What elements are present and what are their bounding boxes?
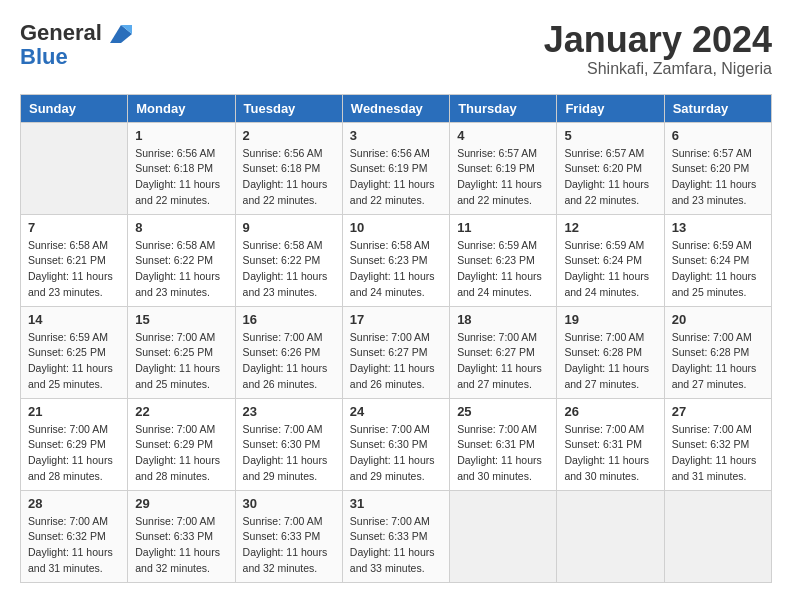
day-info: Sunrise: 6:59 AM Sunset: 6:24 PM Dayligh…: [564, 238, 656, 301]
calendar-cell: 1Sunrise: 6:56 AM Sunset: 6:18 PM Daylig…: [128, 122, 235, 214]
day-number: 14: [28, 312, 120, 327]
col-header-thursday: Thursday: [450, 94, 557, 122]
calendar-cell: 16Sunrise: 7:00 AM Sunset: 6:26 PM Dayli…: [235, 306, 342, 398]
calendar-cell: 3Sunrise: 6:56 AM Sunset: 6:19 PM Daylig…: [342, 122, 449, 214]
calendar-cell: 24Sunrise: 7:00 AM Sunset: 6:30 PM Dayli…: [342, 398, 449, 490]
week-row-5: 28Sunrise: 7:00 AM Sunset: 6:32 PM Dayli…: [21, 490, 772, 582]
day-number: 24: [350, 404, 442, 419]
calendar-cell: 2Sunrise: 6:56 AM Sunset: 6:18 PM Daylig…: [235, 122, 342, 214]
day-number: 5: [564, 128, 656, 143]
calendar-cell: 5Sunrise: 6:57 AM Sunset: 6:20 PM Daylig…: [557, 122, 664, 214]
day-info: Sunrise: 7:00 AM Sunset: 6:27 PM Dayligh…: [457, 330, 549, 393]
calendar-cell: 4Sunrise: 6:57 AM Sunset: 6:19 PM Daylig…: [450, 122, 557, 214]
col-header-tuesday: Tuesday: [235, 94, 342, 122]
week-row-1: 1Sunrise: 6:56 AM Sunset: 6:18 PM Daylig…: [21, 122, 772, 214]
day-number: 11: [457, 220, 549, 235]
day-number: 9: [243, 220, 335, 235]
day-info: Sunrise: 7:00 AM Sunset: 6:33 PM Dayligh…: [350, 514, 442, 577]
week-row-2: 7Sunrise: 6:58 AM Sunset: 6:21 PM Daylig…: [21, 214, 772, 306]
title-block: January 2024 Shinkafi, Zamfara, Nigeria: [544, 20, 772, 78]
day-number: 18: [457, 312, 549, 327]
day-number: 28: [28, 496, 120, 511]
day-number: 13: [672, 220, 764, 235]
header-row: SundayMondayTuesdayWednesdayThursdayFrid…: [21, 94, 772, 122]
calendar-cell: 23Sunrise: 7:00 AM Sunset: 6:30 PM Dayli…: [235, 398, 342, 490]
calendar-cell: 25Sunrise: 7:00 AM Sunset: 6:31 PM Dayli…: [450, 398, 557, 490]
month-year: January 2024: [544, 20, 772, 60]
day-number: 31: [350, 496, 442, 511]
week-row-4: 21Sunrise: 7:00 AM Sunset: 6:29 PM Dayli…: [21, 398, 772, 490]
day-number: 25: [457, 404, 549, 419]
calendar-cell: 9Sunrise: 6:58 AM Sunset: 6:22 PM Daylig…: [235, 214, 342, 306]
day-number: 30: [243, 496, 335, 511]
calendar-cell: [557, 490, 664, 582]
calendar-cell: 30Sunrise: 7:00 AM Sunset: 6:33 PM Dayli…: [235, 490, 342, 582]
day-info: Sunrise: 7:00 AM Sunset: 6:33 PM Dayligh…: [243, 514, 335, 577]
logo-text: General: [20, 20, 132, 46]
day-number: 26: [564, 404, 656, 419]
logo-icon: [110, 25, 132, 43]
day-number: 1: [135, 128, 227, 143]
calendar-cell: 12Sunrise: 6:59 AM Sunset: 6:24 PM Dayli…: [557, 214, 664, 306]
calendar-cell: 27Sunrise: 7:00 AM Sunset: 6:32 PM Dayli…: [664, 398, 771, 490]
col-header-sunday: Sunday: [21, 94, 128, 122]
day-number: 27: [672, 404, 764, 419]
day-info: Sunrise: 7:00 AM Sunset: 6:25 PM Dayligh…: [135, 330, 227, 393]
day-info: Sunrise: 6:58 AM Sunset: 6:21 PM Dayligh…: [28, 238, 120, 301]
calendar-cell: 19Sunrise: 7:00 AM Sunset: 6:28 PM Dayli…: [557, 306, 664, 398]
logo-blue: Blue: [20, 46, 68, 68]
calendar-cell: 8Sunrise: 6:58 AM Sunset: 6:22 PM Daylig…: [128, 214, 235, 306]
day-info: Sunrise: 7:00 AM Sunset: 6:31 PM Dayligh…: [457, 422, 549, 485]
day-info: Sunrise: 6:57 AM Sunset: 6:20 PM Dayligh…: [564, 146, 656, 209]
day-info: Sunrise: 7:00 AM Sunset: 6:28 PM Dayligh…: [672, 330, 764, 393]
day-info: Sunrise: 7:00 AM Sunset: 6:30 PM Dayligh…: [350, 422, 442, 485]
day-info: Sunrise: 6:58 AM Sunset: 6:22 PM Dayligh…: [243, 238, 335, 301]
day-number: 17: [350, 312, 442, 327]
calendar-cell: 15Sunrise: 7:00 AM Sunset: 6:25 PM Dayli…: [128, 306, 235, 398]
calendar-cell: [664, 490, 771, 582]
calendar-cell: 10Sunrise: 6:58 AM Sunset: 6:23 PM Dayli…: [342, 214, 449, 306]
day-info: Sunrise: 7:00 AM Sunset: 6:30 PM Dayligh…: [243, 422, 335, 485]
day-info: Sunrise: 7:00 AM Sunset: 6:32 PM Dayligh…: [672, 422, 764, 485]
calendar-cell: 18Sunrise: 7:00 AM Sunset: 6:27 PM Dayli…: [450, 306, 557, 398]
calendar-table: SundayMondayTuesdayWednesdayThursdayFrid…: [20, 94, 772, 583]
day-info: Sunrise: 6:56 AM Sunset: 6:18 PM Dayligh…: [243, 146, 335, 209]
day-number: 4: [457, 128, 549, 143]
calendar-cell: 29Sunrise: 7:00 AM Sunset: 6:33 PM Dayli…: [128, 490, 235, 582]
location: Shinkafi, Zamfara, Nigeria: [544, 60, 772, 78]
day-number: 21: [28, 404, 120, 419]
col-header-friday: Friday: [557, 94, 664, 122]
day-info: Sunrise: 7:00 AM Sunset: 6:26 PM Dayligh…: [243, 330, 335, 393]
day-info: Sunrise: 6:59 AM Sunset: 6:25 PM Dayligh…: [28, 330, 120, 393]
day-info: Sunrise: 6:58 AM Sunset: 6:22 PM Dayligh…: [135, 238, 227, 301]
calendar-cell: 11Sunrise: 6:59 AM Sunset: 6:23 PM Dayli…: [450, 214, 557, 306]
week-row-3: 14Sunrise: 6:59 AM Sunset: 6:25 PM Dayli…: [21, 306, 772, 398]
calendar-cell: 21Sunrise: 7:00 AM Sunset: 6:29 PM Dayli…: [21, 398, 128, 490]
col-header-monday: Monday: [128, 94, 235, 122]
calendar-cell: 28Sunrise: 7:00 AM Sunset: 6:32 PM Dayli…: [21, 490, 128, 582]
calendar-cell: 7Sunrise: 6:58 AM Sunset: 6:21 PM Daylig…: [21, 214, 128, 306]
calendar-cell: [450, 490, 557, 582]
day-number: 2: [243, 128, 335, 143]
day-number: 12: [564, 220, 656, 235]
day-number: 15: [135, 312, 227, 327]
calendar-cell: [21, 122, 128, 214]
day-number: 8: [135, 220, 227, 235]
calendar-cell: 26Sunrise: 7:00 AM Sunset: 6:31 PM Dayli…: [557, 398, 664, 490]
calendar-cell: 14Sunrise: 6:59 AM Sunset: 6:25 PM Dayli…: [21, 306, 128, 398]
calendar-cell: 17Sunrise: 7:00 AM Sunset: 6:27 PM Dayli…: [342, 306, 449, 398]
day-info: Sunrise: 6:59 AM Sunset: 6:23 PM Dayligh…: [457, 238, 549, 301]
day-number: 16: [243, 312, 335, 327]
page-header: General Blue January 2024 Shinkafi, Zamf…: [20, 20, 772, 78]
day-info: Sunrise: 6:57 AM Sunset: 6:20 PM Dayligh…: [672, 146, 764, 209]
day-info: Sunrise: 7:00 AM Sunset: 6:27 PM Dayligh…: [350, 330, 442, 393]
day-info: Sunrise: 7:00 AM Sunset: 6:33 PM Dayligh…: [135, 514, 227, 577]
day-number: 10: [350, 220, 442, 235]
day-number: 3: [350, 128, 442, 143]
calendar-cell: 20Sunrise: 7:00 AM Sunset: 6:28 PM Dayli…: [664, 306, 771, 398]
calendar-cell: 31Sunrise: 7:00 AM Sunset: 6:33 PM Dayli…: [342, 490, 449, 582]
day-info: Sunrise: 6:58 AM Sunset: 6:23 PM Dayligh…: [350, 238, 442, 301]
day-info: Sunrise: 7:00 AM Sunset: 6:31 PM Dayligh…: [564, 422, 656, 485]
day-number: 7: [28, 220, 120, 235]
calendar-cell: 6Sunrise: 6:57 AM Sunset: 6:20 PM Daylig…: [664, 122, 771, 214]
